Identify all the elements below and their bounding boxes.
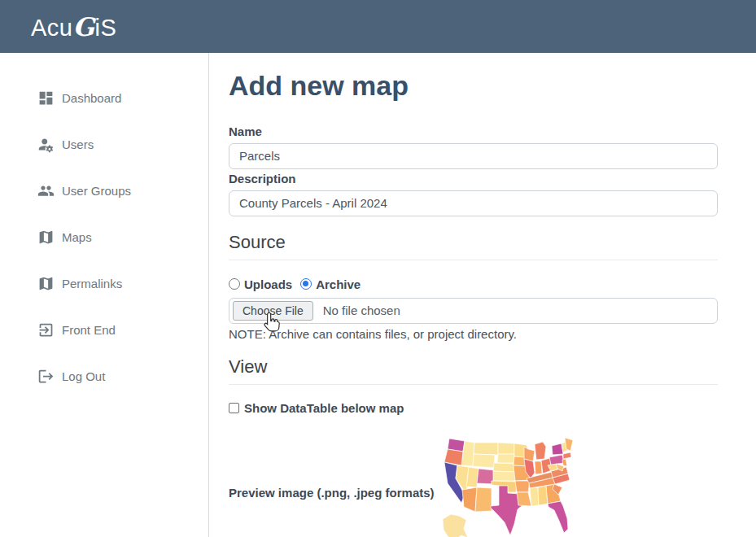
- sidebar-item-label: Users: [62, 138, 94, 151]
- enter-app-icon: [37, 321, 55, 338]
- logo-text: Acu: [31, 15, 72, 41]
- page-title: Add new map: [229, 69, 718, 103]
- uploads-radio-group[interactable]: Uploads: [229, 277, 292, 291]
- archive-radio-label: Archive: [316, 277, 361, 291]
- preview-map-image: [439, 436, 578, 537]
- sidebar-item-front-end[interactable]: Front End: [0, 307, 208, 353]
- logout-icon: [37, 368, 55, 385]
- sidebar-item-label: Dashboard: [62, 91, 121, 105]
- choose-file-button[interactable]: Choose File: [233, 301, 313, 321]
- logo-text-suffix: iS: [94, 15, 116, 41]
- file-input[interactable]: Choose File No file chosen: [229, 298, 718, 324]
- map-icon: [37, 275, 55, 292]
- logo-g-glyph: G: [72, 12, 94, 41]
- us-choropleth-map: [439, 436, 578, 537]
- sidebar-item-label: User Groups: [62, 184, 131, 198]
- show-datatable-checkbox[interactable]: [229, 403, 239, 413]
- sidebar-item-label: Log Out: [62, 369, 105, 383]
- sidebar-item-log-out[interactable]: Log Out: [0, 353, 208, 399]
- sidebar-item-permalinks[interactable]: Permalinks: [0, 260, 208, 307]
- app-window: AcuGiS Dashboard Users User Groups Maps: [0, 0, 756, 537]
- view-section-heading: View: [229, 356, 718, 385]
- app-logo[interactable]: AcuGiS: [31, 12, 116, 41]
- archive-note: NOTE: Archive can contains files, or pro…: [229, 327, 718, 341]
- uploads-radio-label: Uploads: [244, 277, 292, 291]
- show-datatable-label: Show DataTable below map: [244, 401, 404, 415]
- source-radio-row: Uploads Archive: [229, 277, 718, 291]
- archive-radio-group[interactable]: Archive: [300, 277, 361, 291]
- user-gear-icon: [37, 136, 55, 153]
- dashboard-icon: [37, 90, 55, 107]
- description-input[interactable]: [229, 190, 718, 216]
- sidebar-item-dashboard[interactable]: Dashboard: [0, 75, 208, 121]
- uploads-radio[interactable]: [229, 278, 240, 290]
- archive-radio[interactable]: [300, 278, 312, 290]
- preview-image-label: Preview image (.png, .jpeg formats): [229, 486, 439, 500]
- sidebar-item-user-groups[interactable]: User Groups: [0, 168, 208, 214]
- preview-row: Preview image (.png, .jpeg formats): [229, 436, 718, 537]
- description-field-label: Description: [229, 172, 718, 186]
- sidebar-item-users[interactable]: Users: [0, 121, 208, 168]
- sidebar: Dashboard Users User Groups Maps Permali…: [0, 53, 209, 537]
- sidebar-item-maps[interactable]: Maps: [0, 214, 208, 260]
- datatable-checkbox-row[interactable]: Show DataTable below map: [229, 401, 718, 415]
- users-group-icon: [37, 182, 55, 199]
- sidebar-item-label: Maps: [62, 230, 92, 244]
- name-input[interactable]: [229, 143, 718, 169]
- file-chosen-status: No file chosen: [323, 303, 400, 317]
- source-section-heading: Source: [229, 232, 718, 260]
- sidebar-item-label: Permalinks: [62, 277, 122, 290]
- name-field-label: Name: [229, 124, 718, 138]
- main-content: Add new map Name Description Source Uplo…: [209, 53, 756, 537]
- sidebar-item-label: Front End: [62, 323, 116, 337]
- app-header: AcuGiS: [0, 0, 756, 53]
- map-icon: [37, 229, 55, 246]
